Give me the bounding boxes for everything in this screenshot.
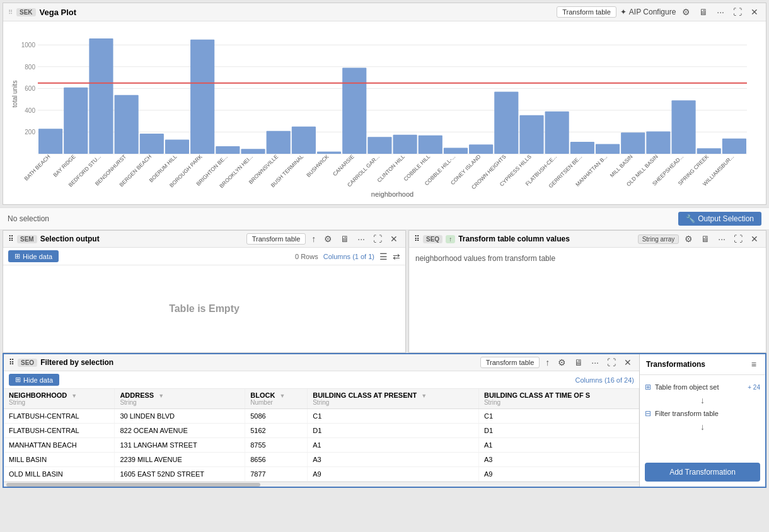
sel-tag: SEM xyxy=(17,235,37,243)
svg-text:400: 400 xyxy=(25,107,35,114)
fp-close-icon[interactable]: ✕ xyxy=(622,356,634,369)
sel-columns-icon[interactable]: ☰ xyxy=(379,252,388,262)
fp-col-count[interactable]: Columns (16 of 24) xyxy=(575,376,634,384)
sel-col-count[interactable]: Columns (1 of 1) xyxy=(323,253,374,260)
add-transformation-button[interactable]: Add Transformation xyxy=(645,463,760,482)
sel-hide-data-button[interactable]: ⊞ Table is Empty Hide data xyxy=(8,250,59,262)
svg-text:total units: total units xyxy=(11,81,18,108)
fp-settings-icon[interactable]: ⚙ xyxy=(555,356,569,369)
col-building-class[interactable]: BUILDING CLASS AT PRESENT ▼ String xyxy=(308,389,479,409)
fp-tag: SEO xyxy=(18,359,37,367)
transform-col-header: ⠿ SEQ ↑ Transform table column values St… xyxy=(409,231,766,248)
hide-data-icon: ⊞ xyxy=(14,252,20,260)
svg-text:BAY RIDGE: BAY RIDGE xyxy=(52,153,76,178)
svg-rect-48 xyxy=(494,92,518,154)
cell-building-class: A9 xyxy=(308,467,479,482)
aip-configure-button[interactable]: ✦ AIP Configure xyxy=(620,8,676,16)
horizontal-scrollbar[interactable] xyxy=(4,482,639,487)
cell-building-class-time: A9 xyxy=(478,467,639,482)
tc-title: Transform table column values xyxy=(458,234,635,243)
col-neighborhood[interactable]: NEIGHBORHOOD ▼ String xyxy=(4,389,115,409)
tc-tag-icon: ↑ xyxy=(446,235,455,243)
scrollbar-thumb[interactable] xyxy=(6,483,260,487)
tc-content: neighborhood values from transform table xyxy=(409,248,766,352)
cell-block: 7877 xyxy=(245,467,308,482)
cell-building-class-time: A1 xyxy=(478,438,639,453)
tc-monitor-icon[interactable]: 🖥 xyxy=(698,233,712,245)
trans-list: ⊞ Table from object set + 24 ↓ ⊟ Filter … xyxy=(640,375,765,458)
svg-rect-36 xyxy=(342,68,366,154)
settings-icon[interactable]: ⚙ xyxy=(679,6,693,18)
cell-address: 30 LINDEN BLVD xyxy=(115,409,245,424)
more-icon[interactable]: ··· xyxy=(714,6,727,18)
fp-hide-data-button[interactable]: ⊞ Hide data xyxy=(9,374,59,386)
col-building-class-time[interactable]: BUILDING CLASS AT TIME OF S String xyxy=(478,389,639,409)
tc-settings-icon[interactable]: ⚙ xyxy=(682,233,695,245)
table-row: MANHATTAN BEACH 131 LANGHAM STREET 8755 … xyxy=(4,438,639,453)
cell-block: 8755 xyxy=(245,438,308,453)
sel-settings-icon[interactable]: ⚙ xyxy=(321,233,335,245)
svg-text:BATH BEACH: BATH BEACH xyxy=(23,153,51,182)
output-selection-button[interactable]: 🔧 Output Selection xyxy=(678,212,761,226)
svg-rect-66 xyxy=(722,139,746,154)
selection-bar: No selection 🔧 Output Selection xyxy=(0,207,769,230)
svg-rect-44 xyxy=(444,148,468,154)
fp-more-icon[interactable]: ··· xyxy=(589,356,601,369)
fp-upload-icon[interactable]: ↑ xyxy=(543,356,552,369)
trans-item-table-object: ⊞ Table from object set + 24 xyxy=(645,380,760,394)
trans-header: Transformations ≡ xyxy=(640,354,765,375)
tc-more-icon[interactable]: ··· xyxy=(715,233,728,245)
filtered-header: ⠿ SEO Filtered by selection Transform ta… xyxy=(4,354,639,371)
bottom-panel: ⠿ SEO Filtered by selection Transform ta… xyxy=(3,353,766,488)
selection-output-panel: ⠿ SEM Selection output Transform table ↑… xyxy=(3,230,406,353)
trans-arrow-2: ↓ xyxy=(645,420,760,433)
svg-rect-54 xyxy=(570,142,594,154)
vega-panel-title: Vega Plot xyxy=(40,8,553,17)
transform-column-panel: ⠿ SEQ ↑ Transform table column values St… xyxy=(408,230,766,353)
sel-expand-icon[interactable]: ⛶ xyxy=(371,233,384,245)
sel-monitor-icon[interactable]: 🖥 xyxy=(338,233,352,245)
vega-transform-table-button[interactable]: Transform table xyxy=(557,6,616,18)
col-block[interactable]: BLOCK ▼ Number xyxy=(245,389,308,409)
fp-drag-handle[interactable]: ⠿ xyxy=(9,358,14,367)
fp-expand-icon[interactable]: ⛶ xyxy=(604,356,618,369)
fp-monitor-icon[interactable]: 🖥 xyxy=(572,356,586,369)
vega-panel-actions: Transform table ✦ AIP Configure ⚙ 🖥 ··· … xyxy=(557,6,761,18)
sel-more-icon[interactable]: ··· xyxy=(355,233,367,245)
transformations-panel: Transformations ≡ ⊞ Table from object se… xyxy=(639,354,765,487)
sel-drag-handle[interactable]: ⠿ xyxy=(8,234,14,243)
cell-building-class-time: D1 xyxy=(478,424,639,438)
cell-building-class: C1 xyxy=(308,409,479,424)
sel-upload-icon[interactable]: ↑ xyxy=(309,233,318,245)
selection-text: No selection xyxy=(8,214,49,223)
col-address[interactable]: ADDRESS ▼ String xyxy=(115,389,245,409)
filtered-panel: ⠿ SEO Filtered by selection Transform ta… xyxy=(4,354,639,487)
sel-close-icon[interactable]: ✕ xyxy=(388,233,400,245)
data-table: NEIGHBORHOOD ▼ String ADDRESS ▼ String B… xyxy=(4,389,639,482)
monitor-icon[interactable]: 🖥 xyxy=(697,6,710,18)
svg-rect-50 xyxy=(519,115,543,154)
tc-close-icon[interactable]: ✕ xyxy=(748,233,761,245)
svg-rect-20 xyxy=(140,134,164,154)
cell-building-class-time: C1 xyxy=(478,409,639,424)
sel-swap-icon[interactable]: ⇄ xyxy=(393,252,400,262)
drag-handle[interactable]: ⠿ xyxy=(8,9,13,16)
cell-address: 822 OCEAN AVENUE xyxy=(115,424,245,438)
sel-transform-btn[interactable]: Transform table xyxy=(246,233,306,245)
svg-text:CANARSIE: CANARSIE xyxy=(332,153,356,177)
svg-rect-42 xyxy=(419,136,442,154)
cell-neighborhood: MANHATTAN BEACH xyxy=(4,438,115,453)
expand-icon[interactable]: ⛶ xyxy=(731,6,744,18)
table-object-icon: ⊞ xyxy=(645,383,651,391)
fp-transform-btn[interactable]: Transform table xyxy=(480,357,540,368)
aip-icon: ✦ xyxy=(620,8,627,16)
trans-menu-icon[interactable]: ≡ xyxy=(749,358,759,371)
cell-block: 5162 xyxy=(245,424,308,438)
close-icon[interactable]: ✕ xyxy=(748,6,761,18)
tc-drag-handle[interactable]: ⠿ xyxy=(414,234,420,243)
svg-text:BUSHWICK: BUSHWICK xyxy=(305,153,330,178)
tc-expand-icon[interactable]: ⛶ xyxy=(731,233,745,245)
string-array-badge: String array xyxy=(638,234,679,244)
data-table-container: NEIGHBORHOOD ▼ String ADDRESS ▼ String B… xyxy=(4,389,639,482)
fp-title: Filtered by selection xyxy=(40,358,477,367)
